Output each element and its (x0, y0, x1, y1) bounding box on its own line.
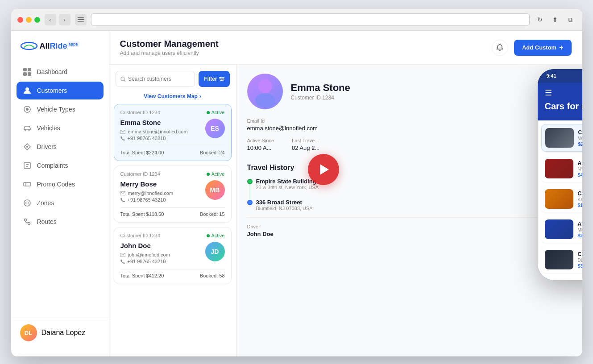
promo-codes-icon (23, 180, 32, 189)
sidebar: AllRideapps Dashboard Customers (11, 31, 109, 356)
routes-icon (23, 217, 32, 226)
svg-rect-6 (23, 72, 27, 76)
sidebar-item-complaints[interactable]: Complaints (17, 157, 104, 174)
filter-label: Filter (204, 76, 217, 82)
customer-detail-panel: Emma Stone Customer ID 1234 Email Id emm… (236, 65, 582, 356)
car-item-aston[interactable]: Aston Martin DBS NY06M 2756 | Aston M...… (541, 155, 582, 182)
car-item-camry[interactable]: Camry Hybrid WBO2F 6462 | Toyota $22.00 … (541, 124, 582, 152)
customers-icon (23, 86, 32, 95)
svg-point-10 (26, 108, 29, 111)
sidebar-item-customers[interactable]: Customers (17, 82, 104, 99)
car-name-camry: Camry Hybrid (578, 129, 582, 136)
svg-point-8 (25, 87, 29, 91)
car-price-camaro: $18.00 / Hr. (578, 203, 582, 208)
sidebar-item-vehicle-types[interactable]: Vehicle Types (17, 100, 104, 118)
sidebar-item-drivers[interactable]: Drivers (17, 138, 104, 156)
car-details-camaro: Camaro KA19P 8488 | Chevrolet $18.00 / H… (578, 190, 582, 208)
sidebar-toggle[interactable] (75, 14, 87, 25)
close-dot[interactable] (17, 17, 23, 23)
car-model-cherokee: DL8CA 4194 | Jeep (578, 258, 582, 263)
forward-button[interactable]: › (59, 14, 70, 25)
sidebar-user-name: Daiana Lopez (41, 329, 86, 337)
sidebar-user[interactable]: DL Daiana Lopez (11, 318, 109, 347)
arrow-right-icon: › (199, 93, 201, 99)
logo-icon (20, 40, 38, 52)
car-thumb-atlas (545, 219, 573, 239)
add-custom-button[interactable]: Add Custom + (514, 40, 572, 56)
driver-info: Driver John Doe (247, 217, 572, 237)
zones-label: Zones (37, 199, 54, 207)
status-badge-merry: Active (207, 171, 225, 177)
email-value: emma.stone@innofied.com (247, 125, 572, 132)
back-button[interactable]: ‹ (45, 14, 56, 25)
video-play-button[interactable] (308, 154, 339, 185)
minimize-dot[interactable] (26, 17, 32, 23)
status-badge-john: Active (207, 233, 225, 238)
share-button[interactable]: ⬆ (549, 14, 561, 25)
browser-window: ‹ › ↻ ⬆ ⧉ AllRideapps (11, 9, 582, 356)
last-travel-section: Last Trave... 02 Aug 2... (292, 138, 319, 151)
svg-rect-4 (23, 68, 27, 71)
active-since-section: Active Since 10:00 A... (247, 138, 274, 151)
car-name-cherokee: Cherokee (578, 251, 582, 257)
svg-line-23 (124, 80, 125, 81)
customer-id-john: Customer ID 1234 (120, 233, 160, 238)
car-item-camaro[interactable]: Camaro KA19P 8488 | Chevrolet $18.00 / H… (541, 186, 582, 212)
customer-name-emma: Emma Stone (120, 119, 205, 126)
svg-point-33 (258, 79, 272, 93)
url-bar[interactable] (91, 13, 530, 26)
booked-merry: Booked: 15 (200, 211, 225, 217)
maximize-dot[interactable] (34, 17, 40, 23)
complaints-label: Complaints (37, 162, 68, 169)
route-address-1: Blumfield, NJ 07003, USA (256, 206, 572, 211)
route-item-1: 336 Broad Street Blumfield, NJ 07003, US… (256, 199, 572, 211)
svg-point-11 (25, 129, 26, 131)
customer-list-panel: Filter View Customers Map › Customer ID … (109, 65, 236, 356)
car-item-cherokee[interactable]: Cherokee DL8CA 4194 | Jeep $36.00 / Hr. (541, 246, 582, 273)
customer-list: Customer ID 1234 Active Emma Stone (109, 104, 236, 356)
dashboard-icon (23, 67, 32, 76)
main-content: Customer Management Add and manage users… (109, 31, 582, 356)
customer-email-merry: merry@innofied.com (120, 190, 205, 196)
reload-button[interactable]: ↻ (534, 14, 546, 25)
svg-point-29 (221, 80, 222, 81)
sidebar-item-vehicles[interactable]: Vehicles (17, 119, 104, 137)
search-box (116, 71, 195, 87)
filter-icon (219, 77, 224, 81)
customer-info-emma: Emma Stone emma.stone@innofied.com +91 9… (120, 119, 205, 142)
logo: AllRideapps (11, 40, 109, 63)
travel-history-title: Travel History (247, 164, 572, 172)
notification-button[interactable] (492, 40, 508, 56)
svg-rect-7 (28, 72, 31, 76)
bell-icon (496, 44, 503, 51)
booked-john: Booked: 58 (200, 273, 225, 278)
new-tab-button[interactable]: ⧉ (564, 14, 576, 25)
view-customers-map-link[interactable]: View Customers Map › (109, 91, 236, 104)
sidebar-item-promo-codes[interactable]: Promo Codes (17, 175, 104, 193)
car-price-cherokee: $36.00 / Hr. (578, 263, 582, 269)
car-details-atlas: Atlas MH10D 3465 | Volkswa... $24.50 / H… (578, 221, 582, 238)
car-details-cherokee: Cherokee DL8CA 4194 | Jeep $36.00 / Hr. (578, 251, 582, 269)
content-area: Filter View Customers Map › Customer ID … (109, 65, 582, 356)
filter-button[interactable]: Filter (199, 71, 229, 87)
email-section: Email Id emma.stone@innofied.com (247, 118, 572, 132)
car-price-atlas: $24.50 / Hr. (578, 233, 582, 238)
sidebar-item-routes[interactable]: Routes (17, 213, 104, 231)
profile-name: Emma Stone (291, 82, 350, 94)
car-item-atlas[interactable]: Atlas MH10D 3465 | Volkswa... $24.50 / H… (541, 216, 582, 243)
add-icon: + (559, 44, 563, 52)
customer-card-merry[interactable]: Customer ID 1234 Active Merry Bose (114, 165, 232, 223)
browser-nav: ‹ › (45, 14, 70, 25)
customer-card-john[interactable]: Customer ID 1234 Active John Doe (114, 227, 232, 284)
phone-time: 9:41 (547, 73, 556, 79)
car-details-camry: Camry Hybrid WBO2F 6462 | Toyota $22.00 … (578, 129, 582, 147)
search-input[interactable] (128, 76, 190, 82)
svg-point-34 (255, 93, 275, 108)
top-bar-actions: Add Custom + (492, 40, 572, 56)
customer-card-emma[interactable]: Customer ID 1234 Active Emma Stone (114, 104, 232, 161)
hamburger-icon[interactable]: ☰ (545, 88, 552, 98)
svg-point-28 (222, 79, 224, 80)
email-label: Email Id (247, 118, 572, 124)
sidebar-item-zones[interactable]: Zones (17, 194, 104, 212)
sidebar-item-dashboard[interactable]: Dashboard (17, 63, 104, 81)
